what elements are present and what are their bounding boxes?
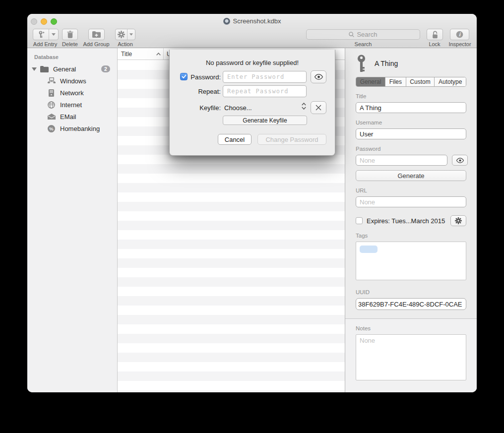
sidebar-item-homebanking[interactable]: % Homebanking <box>27 123 117 134</box>
tab-general[interactable]: General <box>356 77 385 86</box>
action-button[interactable] <box>115 29 135 40</box>
sidebar-item-network[interactable]: Network <box>27 87 117 99</box>
eye-icon <box>456 158 464 163</box>
add-entry-dropdown[interactable] <box>49 29 58 40</box>
dialog-message: No password or keyfile supplied! <box>170 59 335 66</box>
dialog-repeat-label: Repeat: <box>170 88 221 95</box>
add-group-label: Add Group <box>79 41 113 47</box>
expires-label: Expires: Tues...March 2015 <box>367 217 446 225</box>
titlebar: Screenshot.kdbx <box>27 14 477 48</box>
close-x-icon <box>315 105 321 111</box>
inspector-panel: A Thing General Files Custom Autotype Ti… <box>345 48 477 392</box>
notes-section: Notes <box>345 318 477 392</box>
gear-icon <box>455 217 462 224</box>
sidebar-item-email[interactable]: EMail <box>27 111 117 123</box>
tab-files[interactable]: Files <box>385 77 406 86</box>
search-label: Search <box>333 41 393 47</box>
expires-checkbox[interactable] <box>356 217 363 224</box>
expires-settings-button[interactable] <box>450 215 466 226</box>
gear-icon[interactable] <box>116 29 127 40</box>
tags-label: Tags <box>356 233 466 239</box>
inspector-label: Inspector <box>444 41 476 47</box>
cancel-button[interactable]: Cancel <box>218 134 252 145</box>
column-header-title[interactable]: Title <box>118 48 164 60</box>
generate-keyfile-button[interactable]: Generate Keyfile <box>223 116 307 125</box>
key-icon <box>356 55 367 73</box>
action-dropdown[interactable] <box>127 29 135 40</box>
sidebar-item-windows[interactable]: Windows <box>27 75 117 87</box>
group-label: Internet <box>60 101 82 109</box>
server-icon <box>47 89 56 97</box>
uuid-label: UUID <box>356 289 466 295</box>
action-label: Action <box>109 41 142 47</box>
group-label: Network <box>60 89 84 97</box>
screen: Screenshot.kdbx <box>0 0 504 433</box>
entry-title: A Thing <box>375 60 398 67</box>
dialog-repeat-field[interactable] <box>223 85 307 97</box>
tab-custom[interactable]: Custom <box>406 77 435 86</box>
inspector-tabs: General Files Custom Autotype <box>356 77 466 87</box>
window-title: Screenshot.kdbx <box>27 17 477 25</box>
sidebar: Database General 2 Windows <box>27 48 118 392</box>
show-password-button[interactable] <box>452 155 468 166</box>
url-label: URL <box>356 187 466 193</box>
trash-icon <box>67 31 73 38</box>
info-icon: i <box>456 31 463 38</box>
envelope-icon <box>47 114 56 120</box>
search-input[interactable]: Search <box>306 29 420 40</box>
dialog-password-field[interactable] <box>223 71 307 83</box>
generate-password-button[interactable]: Generate <box>356 170 466 181</box>
sidebar-section-header: Database <box>34 54 117 60</box>
entry-count-badge: 2 <box>101 65 110 72</box>
add-entry-button[interactable] <box>33 29 59 40</box>
eye-icon <box>314 74 323 80</box>
key-plus-icon[interactable] <box>33 29 49 40</box>
inspector-main: A Thing General Files Custom Autotype Ti… <box>345 48 477 310</box>
folder-plus-icon <box>92 31 101 38</box>
group-label: Homebanking <box>60 125 100 132</box>
document-icon <box>223 18 230 25</box>
tab-autotype[interactable]: Autotype <box>434 77 466 86</box>
lock-open-icon <box>432 31 439 39</box>
change-password-button[interactable]: Change Password <box>257 134 326 145</box>
tags-field[interactable] <box>356 242 466 280</box>
percent-icon: % <box>47 125 56 132</box>
uuid-field[interactable] <box>356 298 466 310</box>
password-field[interactable] <box>356 155 447 166</box>
group-label: General <box>53 65 76 73</box>
sort-ascending-icon <box>156 53 161 56</box>
group-label: Windows <box>60 77 86 85</box>
search-placeholder: Search <box>357 31 377 38</box>
svg-text:%: % <box>49 126 54 131</box>
inspector-button[interactable]: i <box>450 29 469 40</box>
disclosure-triangle-icon[interactable] <box>32 67 37 71</box>
add-group-button[interactable] <box>88 29 105 40</box>
password-label: Password <box>356 146 466 152</box>
notes-label: Notes <box>356 325 466 331</box>
search-icon <box>349 32 354 37</box>
dialog-password-label: Password: <box>170 73 221 81</box>
entry-header: A Thing <box>356 54 466 73</box>
delete-button[interactable] <box>62 29 78 40</box>
tag-pill[interactable] <box>360 246 378 253</box>
sidebar-item-internet[interactable]: Internet <box>27 99 117 111</box>
username-label: Username <box>356 120 466 125</box>
lock-button[interactable] <box>427 29 443 40</box>
clear-keyfile-button[interactable] <box>311 101 326 114</box>
title-label: Title <box>356 93 466 99</box>
group-label: EMail <box>60 113 76 121</box>
globe-icon <box>47 101 56 109</box>
notes-field[interactable] <box>356 334 466 380</box>
dialog-keyfile-label: Keyfile: <box>170 104 221 112</box>
change-password-dialog: No password or keyfile supplied! Passwor… <box>169 50 335 156</box>
url-field[interactable] <box>356 196 466 207</box>
sidebar-item-general[interactable]: General 2 <box>27 63 117 75</box>
title-field[interactable] <box>356 102 466 113</box>
dialog-show-password-button[interactable] <box>311 70 326 83</box>
folder-icon <box>40 66 49 72</box>
windows-icon <box>47 77 56 84</box>
window-title-text: Screenshot.kdbx <box>233 17 281 25</box>
keyfile-popup[interactable]: Choose... <box>224 104 252 112</box>
username-field[interactable] <box>356 128 466 139</box>
stepper-icon[interactable] <box>302 103 306 110</box>
